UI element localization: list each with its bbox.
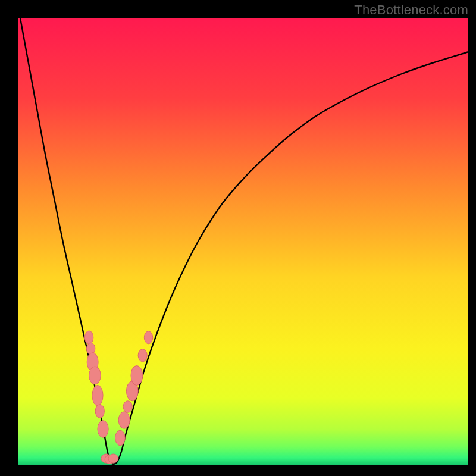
curve-marker [131, 366, 143, 386]
curve-marker [144, 331, 152, 344]
curve-marker [92, 386, 103, 406]
watermark-text: TheBottleneck.com [354, 2, 468, 18]
plot-area [18, 18, 468, 465]
outer-frame: TheBottleneck.com [0, 0, 476, 476]
curve-marker [138, 349, 147, 362]
bottleneck-curve [18, 18, 468, 464]
curve-marker [95, 405, 104, 418]
curve-marker [98, 421, 108, 438]
curve-marker [118, 412, 130, 429]
chart-svg [18, 18, 468, 465]
curve-marker [89, 367, 101, 384]
curve-marker [108, 454, 118, 463]
curve-marker [115, 430, 126, 446]
marker-group [84, 331, 152, 464]
curve-marker [123, 401, 132, 413]
curve-marker [84, 331, 93, 345]
